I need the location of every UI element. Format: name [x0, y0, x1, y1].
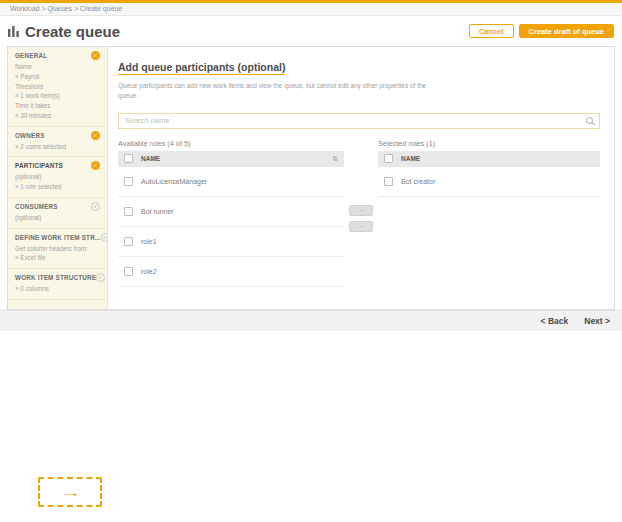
row-checkbox[interactable] — [124, 207, 133, 216]
highlight-arrow-box: → — [38, 477, 102, 507]
section-label: GENERAL — [15, 52, 47, 59]
queue-icon — [8, 25, 20, 37]
search-icon — [586, 117, 593, 124]
check-icon: ✓ — [96, 273, 105, 282]
sort-icon[interactable]: ⇅ — [332, 155, 338, 163]
table-row[interactable]: AutoLicenseManager — [118, 167, 344, 197]
table-row[interactable]: Bot creator — [378, 167, 600, 197]
row-checkbox[interactable] — [124, 177, 133, 186]
role-transfer-area: Available roles (4 of 5) NAME ⇅ AutoLice… — [118, 139, 600, 287]
role-name: role2 — [141, 268, 157, 275]
sidebar-line: » Excel file — [15, 253, 100, 263]
row-checkbox[interactable] — [384, 177, 393, 186]
section-label: CONSUMERS — [15, 203, 58, 210]
available-table-header: NAME ⇅ — [118, 151, 344, 167]
sidebar-line: » 1 work item(s) — [15, 91, 100, 101]
table-row[interactable]: role2 — [118, 257, 344, 287]
page-header: Create queue Cancel Create draft of queu… — [0, 16, 622, 46]
sidebar-line: » 2 users selected — [15, 142, 100, 152]
breadcrumb-bar: Workload > Queues > Create queue — [0, 3, 622, 16]
selected-roles-label: Selected roles (1) — [378, 139, 600, 148]
sidebar-line: (optional) — [15, 213, 100, 223]
breadcrumb[interactable]: Workload > Queues > Create queue — [10, 5, 122, 12]
next-link[interactable]: Next > — [584, 316, 610, 326]
check-icon: ✓ — [91, 51, 100, 60]
sidebar-line: » 1 role selected — [15, 182, 100, 192]
sidebar-section-owners[interactable]: OWNERS ✓ » 2 users selected — [8, 127, 107, 158]
wizard-sidebar: GENERAL ✓ Name » Payroll Threshold » 1 w… — [8, 47, 108, 309]
check-icon: ✓ — [101, 233, 108, 242]
cancel-button[interactable]: Cancel — [469, 24, 514, 38]
sidebar-section-general[interactable]: GENERAL ✓ Name » Payroll Threshold » 1 w… — [8, 47, 107, 127]
create-draft-button[interactable]: Create draft of queue — [519, 24, 614, 38]
select-all-checkbox[interactable] — [384, 154, 393, 163]
wizard-body: GENERAL ✓ Name » Payroll Threshold » 1 w… — [7, 46, 615, 310]
role-name: Bot creator — [401, 178, 435, 185]
section-label: DEFINE WORK ITEM STR... — [15, 234, 101, 241]
selected-table-header: NAME — [378, 151, 600, 167]
sidebar-line: Name — [15, 62, 100, 72]
role-name: role1 — [141, 238, 157, 245]
move-left-button[interactable]: ← — [349, 221, 373, 232]
move-right-button[interactable]: → — [349, 205, 373, 216]
sidebar-line: Time it takes — [15, 101, 100, 111]
create-queue-page: Workload > Queues > Create queue Create … — [0, 0, 622, 522]
available-roles-table: Available roles (4 of 5) NAME ⇅ AutoLice… — [118, 139, 344, 287]
sidebar-section-consumers[interactable]: CONSUMERS ✓ (optional) — [8, 198, 107, 229]
sidebar-line: (optional) — [15, 172, 100, 182]
check-icon: ✓ — [91, 161, 100, 170]
participants-panel: Add queue participants (optional) Queue … — [108, 47, 614, 309]
role-name: AutoLicenseManager — [141, 178, 207, 185]
panel-heading: Add queue participants (optional) — [118, 61, 285, 75]
sidebar-section-participants[interactable]: PARTICIPANTS ✓ (optional) » 1 role selec… — [8, 157, 107, 198]
row-checkbox[interactable] — [124, 267, 133, 276]
sidebar-line: Threshold — [15, 82, 100, 92]
check-icon: ✓ — [91, 202, 100, 211]
sidebar-line: Get column headers from: — [15, 244, 100, 254]
wizard-footer: < Back Next > — [0, 310, 622, 331]
table-row[interactable]: role1 — [118, 227, 344, 257]
section-label: OWNERS — [15, 132, 45, 139]
sidebar-section-work-item-structure[interactable]: WORK ITEM STRUCTURE ✓ » 0 columns — [8, 269, 107, 300]
role-name: Bot runner — [141, 208, 174, 215]
search-input[interactable] — [125, 116, 586, 125]
selected-roles-table: Selected roles (1) NAME Bot creator — [378, 139, 600, 287]
sidebar-section-define-work-item-structure[interactable]: DEFINE WORK ITEM STR... ✓ Get column hea… — [8, 229, 107, 270]
name-column-header: NAME — [141, 155, 160, 162]
sidebar-line: » Payroll — [15, 72, 100, 82]
available-roles-label: Available roles (4 of 5) — [118, 139, 344, 148]
check-icon: ✓ — [91, 131, 100, 140]
select-all-checkbox[interactable] — [124, 154, 133, 163]
sidebar-line: » 30 minutes — [15, 111, 100, 121]
arrow-icon: → — [60, 485, 81, 500]
page-title: Create queue — [25, 23, 120, 40]
section-label: WORK ITEM STRUCTURE — [15, 274, 96, 281]
row-checkbox[interactable] — [124, 237, 133, 246]
section-label: PARTICIPANTS — [15, 162, 63, 169]
transfer-buttons: → ← — [344, 139, 378, 287]
back-link[interactable]: < Back — [541, 316, 569, 326]
panel-description: Queue participants can add new work item… — [118, 81, 430, 101]
header-actions: Cancel Create draft of queue — [469, 24, 614, 38]
search-box — [118, 113, 600, 129]
table-row[interactable]: Bot runner — [118, 197, 344, 227]
sidebar-line: » 0 columns — [15, 284, 100, 294]
name-column-header: NAME — [401, 155, 420, 162]
